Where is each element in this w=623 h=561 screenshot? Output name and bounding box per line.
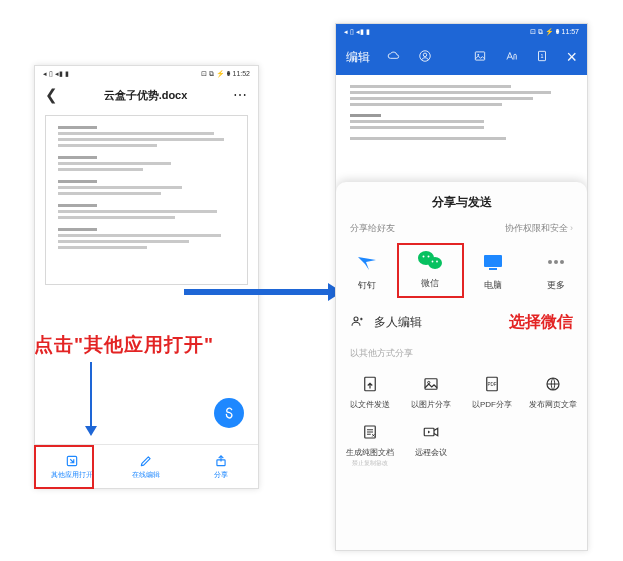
status-right: ⊡ ⧉ ⚡ ⧯ 11:57 (530, 28, 579, 36)
phone-right: ◂ ▯ ◂▮ ▮ ⊡ ⧉ ⚡ ⧯ 11:57 编辑 1 × 分享与发送 分享给好… (335, 23, 588, 551)
svg-point-16 (548, 260, 552, 264)
share-label: 电脑 (484, 279, 502, 292)
fab-s-icon (221, 405, 237, 421)
multi-edit-button[interactable]: 多人编辑 (374, 314, 422, 331)
svg-point-9 (428, 257, 442, 269)
title-bar: ❮ 云盒子优势.docx ⋯ (35, 81, 258, 109)
aa-icon[interactable] (504, 49, 518, 66)
more-icon[interactable]: ⋯ (233, 87, 248, 103)
action-grid: 以文件发送 以图片分享 PDF 以PDF分享 发布网页文章 生成纯图文档 禁止复… (336, 364, 587, 474)
sheet-title: 分享与发送 (336, 182, 587, 219)
bottom-toolbar: 其他应用打开 在线编辑 分享 (35, 444, 258, 488)
share-friends-label: 分享给好友 (350, 222, 395, 235)
share-image-icon (421, 374, 441, 394)
online-edit-button[interactable]: 在线编辑 (109, 445, 183, 488)
profile-icon[interactable] (418, 49, 432, 66)
action-share-image[interactable]: 以图片分享 (401, 366, 462, 414)
remote-meeting-icon (421, 422, 441, 442)
fab-button[interactable] (214, 398, 244, 428)
document-preview (336, 75, 587, 153)
pure-image-icon (360, 422, 380, 442)
status-left: ◂ ▯ ◂▮ ▮ (344, 28, 370, 36)
share-more[interactable]: 更多 (524, 245, 587, 296)
action-label: 以文件发送 (350, 399, 390, 410)
share-label: 钉钉 (358, 279, 376, 292)
action-pure-image-doc[interactable]: 生成纯图文档 禁止复制篡改 (340, 414, 401, 472)
svg-point-18 (560, 260, 564, 264)
status-bar: ◂ ▯ ◂▮ ▮ ⊡ ⧉ ⚡ ⧯ 11:57 (336, 24, 587, 39)
bottom-label-2: 分享 (214, 470, 228, 480)
multi-edit-row: 多人编辑 选择微信 (336, 302, 587, 339)
computer-icon (480, 249, 506, 275)
svg-text:1: 1 (541, 53, 544, 59)
annotation-left: 点击"其他应用打开" (34, 332, 214, 358)
more-icon (543, 249, 569, 275)
pencil-icon (139, 454, 153, 468)
sheet-subheader: 分享给好友 协作权限和安全› (336, 219, 587, 243)
svg-point-10 (423, 256, 425, 258)
phone-left: ◂ ▯ ◂▮ ▮ ⊡ ⧉ ⚡ ⧯ 11:52 ❮ 云盒子优势.docx ⋯ 其他… (34, 65, 259, 489)
permissions-link[interactable]: 协作权限和安全› (505, 222, 573, 235)
svg-rect-15 (489, 268, 497, 270)
svg-point-13 (436, 261, 438, 263)
open-other-icon (65, 454, 79, 468)
action-send-file[interactable]: 以文件发送 (340, 366, 401, 414)
annotation-right: 选择微信 (509, 312, 573, 333)
share-button[interactable]: 分享 (184, 445, 258, 488)
status-left: ◂ ▯ ◂▮ ▮ (43, 70, 69, 78)
wechat-icon (417, 247, 443, 273)
svg-rect-21 (425, 379, 437, 390)
bottom-label-1: 在线编辑 (132, 470, 160, 480)
dingtalk-icon (354, 249, 380, 275)
arrow-right-icon (184, 289, 332, 295)
svg-point-17 (554, 260, 558, 264)
action-label: 以PDF分享 (472, 399, 512, 410)
share-wechat[interactable]: 微信 (397, 243, 464, 298)
open-other-app-button[interactable]: 其他应用打开 (35, 445, 109, 488)
svg-point-3 (424, 53, 428, 57)
status-right: ⊡ ⧉ ⚡ ⧯ 11:52 (201, 70, 250, 78)
share-targets: 钉钉 微信 电脑 更多 (336, 243, 587, 302)
share-dingtalk[interactable]: 钉钉 (336, 245, 399, 296)
document-preview (45, 115, 248, 285)
svg-point-12 (432, 261, 434, 263)
share-label: 微信 (421, 277, 439, 290)
back-icon[interactable]: ❮ (45, 86, 58, 104)
svg-point-11 (428, 256, 430, 258)
share-pdf-icon: PDF (482, 374, 502, 394)
share-icon (214, 454, 228, 468)
cloud-icon[interactable] (387, 49, 401, 66)
image-icon[interactable] (473, 49, 487, 66)
publish-icon (543, 374, 563, 394)
action-label: 生成纯图文档 (346, 447, 394, 458)
svg-rect-14 (484, 255, 502, 267)
page-icon[interactable]: 1 (535, 49, 549, 66)
bottom-label-0: 其他应用打开 (51, 470, 93, 480)
app-header: ◂ ▯ ◂▮ ▮ ⊡ ⧉ ⚡ ⧯ 11:57 编辑 1 × (336, 24, 587, 75)
svg-text:PDF: PDF (487, 382, 496, 387)
share-sheet: 分享与发送 分享给好友 协作权限和安全› 钉钉 微信 (336, 182, 587, 550)
arrow-down-icon (90, 362, 92, 434)
svg-rect-4 (475, 51, 484, 59)
action-share-pdf[interactable]: PDF 以PDF分享 (462, 366, 523, 414)
action-publish-article[interactable]: 发布网页文章 (522, 366, 583, 414)
chevron-right-icon: › (570, 223, 573, 233)
action-remote-meeting[interactable]: 远程会议 (401, 414, 462, 472)
action-label: 远程会议 (415, 447, 447, 458)
other-ways-label: 以其他方式分享 (336, 339, 587, 364)
page-title: 云盒子优势.docx (104, 88, 188, 103)
send-file-icon (360, 374, 380, 394)
share-computer[interactable]: 电脑 (462, 245, 525, 296)
svg-point-19 (354, 317, 358, 321)
multi-edit-icon (350, 313, 366, 332)
share-label: 更多 (547, 279, 565, 292)
action-sublabel: 禁止复制篡改 (352, 459, 388, 468)
close-icon[interactable]: × (566, 50, 577, 64)
editor-toolbar: 编辑 1 × (336, 39, 587, 75)
edit-button[interactable]: 编辑 (346, 49, 370, 66)
action-label: 发布网页文章 (529, 399, 577, 410)
status-bar: ◂ ▯ ◂▮ ▮ ⊡ ⧉ ⚡ ⧯ 11:52 (35, 66, 258, 81)
action-label: 以图片分享 (411, 399, 451, 410)
